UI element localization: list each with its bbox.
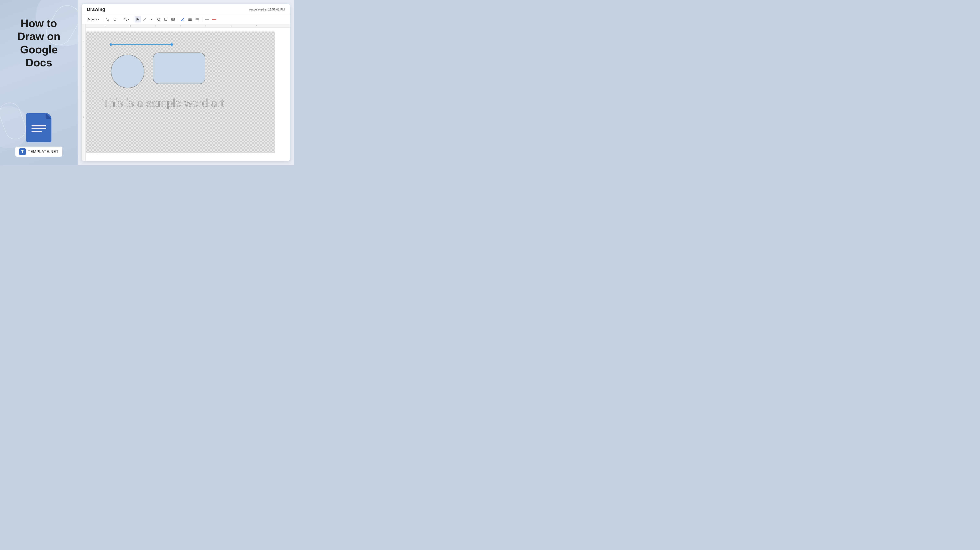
ruler-mark-3: 4 (83, 91, 84, 93)
title-bar: Drawing Auto-saved at 12:57:01 PM (82, 4, 290, 15)
line-tool-group: ▾ (142, 16, 155, 22)
doc-icon-lines (32, 125, 46, 132)
line-weight-button[interactable] (187, 16, 193, 22)
svg-rect-11 (181, 21, 185, 21)
bottom-section: T TEMPLATE.NET (6, 113, 72, 157)
line-end-left-button[interactable] (204, 16, 210, 22)
ruler-top-6: 6 (231, 25, 232, 27)
undo-button[interactable] (105, 16, 111, 22)
ruler-top-1: 1 (105, 25, 106, 27)
doc-icon-line-1 (32, 125, 46, 126)
drawing-canvas[interactable]: This is a sample word art (86, 32, 275, 153)
doc-icon-line-2 (32, 128, 46, 129)
ruler-mark-2: 3 (83, 66, 84, 68)
drawing-title: Drawing (87, 7, 105, 12)
drawn-circle[interactable] (111, 55, 145, 88)
doc-icon-wrapper (26, 113, 51, 142)
ruler-top: 1 2 3 4 5 6 7 (86, 24, 290, 28)
zoom-button[interactable]: ▾ (122, 17, 131, 22)
svg-point-3 (158, 18, 160, 21)
toolbar-separator-5 (202, 17, 202, 22)
ruler-left: 2 3 4 5 (82, 24, 86, 161)
zoom-icon (124, 17, 127, 21)
line-color-button[interactable] (180, 16, 186, 22)
google-docs-icon (26, 113, 51, 142)
svg-line-2 (144, 18, 146, 21)
word-art-text[interactable]: This is a sample word art (102, 97, 224, 109)
ruler-top-3: 3 (155, 25, 156, 27)
line-weight-icon (188, 17, 192, 21)
ruler-top-2: 2 (130, 25, 131, 27)
undo-icon (106, 17, 110, 21)
zoom-chevron-icon: ▾ (128, 18, 129, 21)
line-dash-button[interactable] (194, 16, 200, 22)
line-icon (143, 17, 147, 21)
line-color-icon (181, 17, 185, 21)
brand-name: TEMPLATE.NET (28, 149, 59, 154)
drawing-window: Drawing Auto-saved at 12:57:01 PM Action… (82, 4, 290, 161)
redo-button[interactable] (112, 16, 118, 22)
text-box-icon (164, 17, 168, 21)
ruler-top-5: 5 (205, 25, 207, 27)
main-title: How to Draw on Google Docs (6, 17, 72, 69)
autosave-text: Auto-saved at 12:57:01 PM (249, 8, 285, 11)
select-tool-button[interactable] (135, 16, 141, 22)
line-end-left-icon (205, 18, 209, 21)
canvas-area: 2 3 4 5 1 2 3 4 5 6 7 (82, 24, 290, 161)
svg-rect-8 (172, 18, 175, 21)
line-tool-chevron[interactable]: ▾ (148, 16, 155, 22)
drawn-rounded-rect[interactable] (153, 52, 205, 84)
doc-icon-line-3 (32, 131, 42, 132)
redo-icon (113, 17, 117, 21)
line-chevron-icon: ▾ (151, 18, 152, 21)
actions-button[interactable]: Actions ▾ (85, 17, 101, 22)
line-tool-button[interactable] (142, 16, 148, 22)
text-tool-button[interactable] (163, 16, 169, 22)
brand-t-icon: T (19, 148, 26, 155)
select-icon (136, 17, 140, 21)
line-endpoint-left[interactable] (110, 43, 112, 46)
brand-bar: T TEMPLATE.NET (15, 146, 62, 157)
image-icon (171, 17, 175, 21)
left-panel: How to Draw on Google Docs T TEMPLATE.NE… (0, 0, 78, 165)
svg-line-10 (181, 18, 184, 21)
ruler-top-7: 7 (256, 25, 257, 27)
line-end-right-icon (212, 18, 216, 21)
ruler-mark-4: 5 (83, 116, 84, 118)
right-panel: Drawing Auto-saved at 12:57:01 PM Action… (78, 0, 294, 165)
actions-chevron-icon: ▾ (98, 18, 99, 21)
toolbar: Actions ▾ (82, 15, 290, 24)
drawn-horizontal-line[interactable] (111, 44, 172, 45)
svg-line-1 (126, 20, 127, 21)
line-end-right-button[interactable] (211, 16, 217, 22)
canvas-scroll-area[interactable]: 1 2 3 4 5 6 7 (86, 24, 290, 161)
svg-point-4 (158, 19, 159, 20)
line-dash-icon (195, 17, 199, 21)
line-endpoint-right[interactable] (170, 43, 173, 46)
shape-tool-button[interactable] (156, 16, 162, 22)
ruler-mark-1: 2 (83, 41, 84, 43)
vertical-border-line (99, 36, 99, 153)
shape-icon (157, 17, 161, 21)
ruler-top-4: 4 (180, 25, 181, 27)
image-tool-button[interactable] (170, 16, 176, 22)
